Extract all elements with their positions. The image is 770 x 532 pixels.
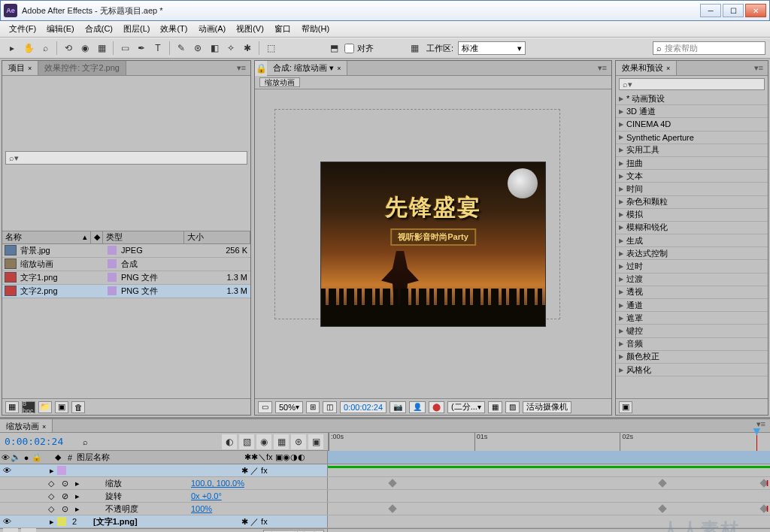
tab-composition[interactable]: 合成: 缩放动画 ▾×	[267, 61, 347, 75]
camera-tool-icon[interactable]: ▦	[94, 41, 109, 56]
effects-category[interactable]: ▶CINEMA 4D	[616, 118, 768, 131]
comp-button-icon[interactable]: ▣	[308, 434, 323, 449]
project-item[interactable]: 文字2.pngPNG 文件1.3 M	[2, 285, 250, 298]
timeline-property-row[interactable]: ◇⊘▸旋转0x +0.0°	[0, 490, 770, 503]
project-search-input[interactable]: ⌕▾	[5, 151, 247, 165]
effects-panel-menu-icon[interactable]: ▾≡	[750, 63, 768, 73]
eraser-tool-icon[interactable]: ◧	[207, 41, 222, 56]
effects-search-input[interactable]: ⌕▾	[619, 78, 765, 90]
timeline-search-icon[interactable]: ⌕	[83, 437, 88, 446]
effects-category[interactable]: ▶文本	[616, 170, 768, 183]
puppet-tool-icon[interactable]: ✱	[240, 41, 255, 56]
keyframe-icon[interactable]	[658, 504, 666, 512]
local-axis-icon[interactable]: ⬚	[263, 41, 278, 56]
zoom-tool-icon[interactable]: ⌕	[38, 41, 53, 56]
timeline-layer-row[interactable]: 👁▸2[文字1.png]✱ ／ fx	[0, 515, 770, 528]
effects-category[interactable]: ▶风格化	[616, 364, 768, 376]
selection-tool-icon[interactable]: ▸	[5, 41, 20, 56]
panel-menu-icon[interactable]: ▾≡	[232, 63, 250, 73]
composition-viewer[interactable]: 先锋盛宴 视听影音时尚Party	[255, 89, 611, 398]
effects-category[interactable]: ▶键控	[616, 325, 768, 337]
snapshot-icon[interactable]: 📷	[390, 401, 406, 413]
resolution-dropdown[interactable]: (二分... ▾	[447, 401, 485, 413]
roto-tool-icon[interactable]: ✧	[223, 41, 238, 56]
lock-icon[interactable]: 🔒	[255, 61, 267, 76]
effects-category[interactable]: ▶* 动画预设	[616, 92, 768, 105]
effects-category[interactable]: ▶过时	[616, 260, 768, 273]
effects-category[interactable]: ▶模糊和锐化	[616, 222, 768, 234]
help-search-input[interactable]: ⌕ 搜索帮助	[653, 41, 765, 55]
brainstorm-icon[interactable]: ⊛	[291, 434, 306, 449]
timeline-layer-row[interactable]: 👁▸✱ ／ fx	[0, 464, 770, 477]
rect-tool-icon[interactable]: ▭	[117, 41, 132, 56]
close-button[interactable]: ✕	[745, 4, 766, 17]
keyframe-icon[interactable]	[658, 479, 666, 487]
magnify-icon[interactable]: ▭	[258, 401, 272, 413]
timeline-property-row[interactable]: ◇⊙▸缩放100.0, 100.0%I	[0, 477, 770, 490]
orbit-tool-icon[interactable]: ⟲	[61, 41, 76, 56]
toggle-switches-modes-button[interactable]: 切换开关/模式	[263, 530, 324, 533]
effects-category[interactable]: ▶Synthetic Aperture	[616, 131, 768, 144]
hand-tool-icon[interactable]: ✋	[21, 41, 36, 56]
project-item[interactable]: 文字1.pngPNG 文件1.3 M	[2, 271, 250, 285]
effects-category[interactable]: ▶颜色校正	[616, 351, 768, 364]
roi-icon[interactable]: ▦	[488, 401, 502, 413]
effects-category[interactable]: ▶表达式控制	[616, 247, 768, 260]
time-ruler[interactable]: :00s 01s 02s	[328, 433, 770, 451]
effects-category[interactable]: ▶过渡	[616, 274, 768, 286]
interpret-icon[interactable]: ▦	[5, 401, 19, 413]
delete-icon[interactable]: 🗑	[71, 401, 85, 413]
snap-checkbox[interactable]	[344, 44, 354, 53]
property-value[interactable]: 100%	[191, 504, 212, 513]
col-type[interactable]: 类型	[103, 231, 184, 243]
tab-timeline-comp[interactable]: 缩放动画×	[0, 419, 53, 432]
bpc-button[interactable]: 8 bpc	[22, 401, 35, 413]
project-item[interactable]: 缩放动画合成	[2, 258, 250, 271]
keyframe-icon[interactable]	[389, 479, 397, 487]
text-tool-icon[interactable]: T	[150, 41, 165, 56]
property-value[interactable]: 0x +0.0°	[191, 491, 222, 500]
brush-tool-icon[interactable]: ✎	[174, 41, 189, 56]
mask-icon[interactable]: ◫	[323, 401, 337, 413]
menu-help[interactable]: 帮助(H)	[297, 22, 334, 36]
effects-category[interactable]: ▶模拟	[616, 209, 768, 222]
rotate-tool-icon[interactable]: ◉	[77, 41, 92, 56]
col-size[interactable]: 大小	[184, 231, 250, 243]
effects-category[interactable]: ▶透视	[616, 286, 768, 299]
show-snapshot-icon[interactable]: 👤	[409, 401, 426, 413]
snap-icon[interactable]: ⬒	[326, 41, 341, 56]
effects-category[interactable]: ▶通道	[616, 299, 768, 312]
motion-blur-icon[interactable]: ◉	[256, 434, 271, 449]
new-comp-icon[interactable]: ▣	[55, 401, 68, 413]
effects-category[interactable]: ▶音频	[616, 338, 768, 351]
clone-tool-icon[interactable]: ⊛	[190, 41, 205, 56]
menu-view[interactable]: 视图(V)	[232, 22, 268, 36]
time-display[interactable]: 0:00:02:24	[340, 401, 387, 413]
toggle-switches-icon[interactable]: {}	[21, 528, 36, 533]
effects-category[interactable]: ▶杂色和颗粒	[616, 196, 768, 209]
effects-category[interactable]: ▶实用工具	[616, 144, 768, 157]
comp-panel-menu-icon[interactable]: ▾≡	[593, 63, 611, 73]
zoom-dropdown[interactable]: 50% ▾	[275, 401, 303, 413]
workspace-icon[interactable]: ▦	[407, 41, 422, 56]
menu-edit[interactable]: 编辑(E)	[42, 22, 79, 36]
transparency-icon[interactable]: ▨	[505, 401, 520, 413]
playhead[interactable]	[756, 433, 757, 451]
pen-tool-icon[interactable]: ✒	[134, 41, 149, 56]
property-value[interactable]: 100.0, 100.0%	[191, 479, 244, 488]
maximize-button[interactable]: ☐	[723, 4, 744, 17]
effects-category[interactable]: ▶生成	[616, 234, 768, 247]
menu-window[interactable]: 窗口	[270, 22, 296, 36]
current-time-display[interactable]: 0:00:02:24	[5, 436, 63, 447]
menu-animation[interactable]: 动画(A)	[194, 22, 231, 36]
workspace-dropdown[interactable]: 标准▾	[458, 41, 526, 55]
graph-editor-icon[interactable]: ▦	[274, 434, 289, 449]
effects-category[interactable]: ▶遮罩	[616, 312, 768, 325]
safe-zones-icon[interactable]: ⊞	[306, 401, 320, 413]
tab-effect-controls[interactable]: 效果控件: 文字2.png	[38, 61, 126, 75]
channel-icon[interactable]: ⬤	[429, 401, 444, 413]
frame-blend-icon[interactable]: ▧	[239, 434, 254, 449]
effects-category[interactable]: ▶3D 通道	[616, 105, 768, 118]
effects-category[interactable]: ▶时间	[616, 183, 768, 195]
project-item[interactable]: 背景.jpgJPEG256 K	[2, 244, 250, 258]
